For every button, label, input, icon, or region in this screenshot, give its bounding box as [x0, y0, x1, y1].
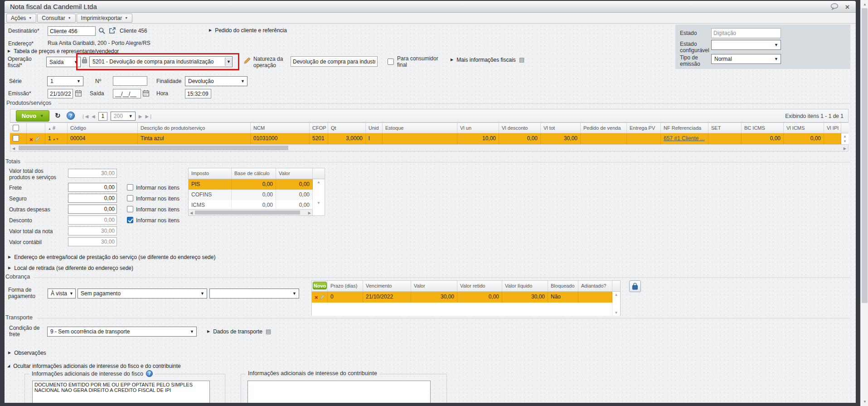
- novo-produto-button[interactable]: Novo▼: [16, 110, 49, 122]
- outras-informar-checkbox[interactable]: [127, 206, 133, 212]
- natureza-operacao-input[interactable]: [291, 56, 378, 67]
- scroll-up-icon[interactable]: ▲: [863, 2, 867, 6]
- col-vl-ipi[interactable]: Vl IPI: [824, 122, 841, 133]
- hscroll-thumb[interactable]: [19, 146, 288, 150]
- nf-referenciada-link[interactable]: 657 #1 Cliente ...: [664, 135, 705, 142]
- operacao-cfop-select[interactable]: 5201 - Devolução de compra para industri…: [89, 56, 233, 67]
- toggle-endereco-entrega[interactable]: ▶Endereço de entrega/local de prestação …: [8, 254, 215, 260]
- move-down-icon[interactable]: ▼: [56, 137, 59, 141]
- col-vl-tot[interactable]: Vl tot: [541, 122, 581, 133]
- comment-icon[interactable]: [830, 3, 839, 11]
- last-page-icon[interactable]: ▶❘: [145, 114, 152, 119]
- col-adiantado[interactable]: Adiantado?: [578, 281, 612, 292]
- prev-page-icon[interactable]: ◀: [92, 114, 95, 119]
- page-size-select[interactable]: 200▼: [111, 112, 136, 121]
- emissao-input[interactable]: [48, 89, 73, 98]
- col-unid[interactable]: Unid: [366, 122, 383, 133]
- delete-icon[interactable]: ×: [315, 294, 318, 301]
- first-page-icon[interactable]: ❘◀: [81, 114, 88, 119]
- col-prazo[interactable]: Prazo (dias): [328, 281, 363, 292]
- col-descricao[interactable]: Descrição do produto/serviço: [138, 122, 251, 133]
- consumidor-final-checkbox[interactable]: [388, 59, 394, 65]
- seguro-input[interactable]: [68, 194, 117, 203]
- table-row[interactable]: × 1 ▲▼ 00004 Tinta azul 01031000 5201 3,…: [10, 133, 849, 144]
- scroll-down-icon[interactable]: ▼: [615, 311, 618, 315]
- produtos-hscrollbar[interactable]: ◀ ▶: [10, 144, 849, 152]
- toggle-local-retirada[interactable]: ▶Local de retirada (se diferente do ende…: [8, 265, 133, 271]
- hscroll-thumb[interactable]: [195, 210, 300, 215]
- scrollbar-track[interactable]: [313, 190, 325, 200]
- scroll-up-icon[interactable]: ▲: [615, 293, 618, 297]
- operacao-tipo-select[interactable]: Saída▼: [46, 57, 81, 67]
- select-all-header[interactable]: [10, 122, 27, 133]
- scroll-up-icon[interactable]: ▲: [317, 180, 320, 184]
- frete-informar-checkbox[interactable]: [127, 184, 133, 191]
- scroll-down-icon[interactable]: ▼: [317, 201, 320, 205]
- vertical-scrollbar[interactable]: ▲: [313, 179, 325, 190]
- scroll-down-icon[interactable]: ▼: [843, 139, 847, 143]
- col-vencimento[interactable]: Vencimento: [363, 281, 411, 292]
- forma-tipo-select[interactable]: À vista▼: [48, 289, 76, 298]
- col-bloqueado[interactable]: Bloqueado: [548, 281, 578, 292]
- imposto-row-pis[interactable]: PIS 0,00 0,00 ▲: [189, 179, 325, 190]
- vertical-scrollbar[interactable]: ▲▼: [841, 133, 849, 144]
- vertical-scrollbar[interactable]: ▼: [612, 303, 620, 316]
- col-entrega-pv[interactable]: Entrega PV: [627, 122, 661, 133]
- lock-parcelas-button[interactable]: [629, 280, 641, 292]
- col-vl-un[interactable]: Vl un: [457, 122, 499, 133]
- toggle-pedido-cliente[interactable]: ▶Pedido do cliente e referência: [209, 27, 287, 34]
- help-icon[interactable]: ?: [146, 370, 153, 377]
- frete-input[interactable]: [68, 183, 117, 192]
- imposto-row-cofins[interactable]: COFINS 0,00 0,00: [189, 190, 325, 200]
- outras-despesas-input[interactable]: [68, 205, 117, 214]
- edit-pencil-icon[interactable]: [34, 137, 40, 143]
- numero-input[interactable]: [113, 76, 147, 86]
- toggle-observacoes[interactable]: ▶Observações: [8, 350, 46, 356]
- page-scrollbar[interactable]: ▲ ▼: [860, 0, 868, 406]
- toggle-mais-informacoes-fiscais[interactable]: ▶Mais informações fiscais▤: [451, 57, 524, 63]
- tipo-emissao-select[interactable]: Normal▼: [711, 54, 781, 64]
- seguro-informar-checkbox[interactable]: [127, 195, 133, 201]
- move-up-icon[interactable]: ▲: [53, 137, 56, 141]
- col-valor[interactable]: Valor: [411, 281, 457, 292]
- page-scroll-thumb[interactable]: [862, 8, 868, 303]
- forma-pagamento-select[interactable]: Sem pagamento▼: [78, 289, 207, 298]
- col-bc-icms[interactable]: BC ICMS: [742, 122, 784, 133]
- select-all-checkbox[interactable]: [13, 125, 19, 131]
- scroll-left-icon[interactable]: ◀: [12, 147, 15, 151]
- contribuinte-textarea[interactable]: [247, 381, 431, 403]
- col-vl-desconto[interactable]: Vl desconto: [499, 122, 541, 133]
- edit-pencil-icon[interactable]: [320, 294, 325, 301]
- col-pedido-venda[interactable]: Pedido de venda: [581, 122, 627, 133]
- desconto-informar-checkbox[interactable]: [127, 217, 133, 223]
- close-icon[interactable]: ×: [845, 4, 849, 10]
- hora-input[interactable]: [185, 89, 211, 98]
- col-set[interactable]: SET: [708, 122, 742, 133]
- menu-imprimir-exportar[interactable]: Imprimir/exportar▼: [77, 14, 133, 23]
- vertical-scrollbar[interactable]: ▼: [313, 200, 325, 210]
- col-nf-referenciada[interactable]: NF Referenciada: [661, 122, 708, 133]
- pencil-icon[interactable]: [243, 57, 251, 66]
- novo-parcela-button[interactable]: Novo: [313, 282, 327, 289]
- col-codigo[interactable]: Código: [68, 122, 138, 133]
- destinatario-input[interactable]: [48, 26, 96, 36]
- col-imposto[interactable]: Imposto: [189, 168, 232, 179]
- external-link-icon[interactable]: [109, 27, 116, 35]
- fisco-textarea[interactable]: DOCUMENTO EMITIDO POR ME OU EPP OPTANTE …: [32, 381, 210, 403]
- page-number-input[interactable]: [98, 112, 107, 121]
- vertical-scrollbar[interactable]: ▲: [612, 292, 620, 303]
- calendar-icon[interactable]: [143, 90, 149, 97]
- condicao-frete-select[interactable]: 9 - Sem ocorrência de transporte▼: [47, 327, 197, 337]
- col-ncm[interactable]: NCM: [251, 122, 310, 133]
- col-estoque[interactable]: Estoque: [383, 122, 457, 133]
- scroll-right-icon[interactable]: ▶: [844, 147, 846, 151]
- menu-consultar[interactable]: Consultar▼: [37, 14, 75, 23]
- table-row[interactable]: × 0 21/10/2022 30,00 0,00 30,00 Não ▲: [312, 292, 620, 303]
- impostos-hscrollbar[interactable]: ◀ ▶: [189, 209, 313, 215]
- delete-icon[interactable]: ×: [29, 136, 33, 143]
- row-checkbox[interactable]: [13, 135, 19, 142]
- finalidade-select[interactable]: Devolução▼: [185, 76, 247, 86]
- toggle-dados-transporte[interactable]: ▶Dados de transporte▤: [207, 328, 271, 335]
- scroll-left-icon[interactable]: ◀: [190, 211, 193, 215]
- col-order[interactable]: ▲ #: [45, 122, 68, 133]
